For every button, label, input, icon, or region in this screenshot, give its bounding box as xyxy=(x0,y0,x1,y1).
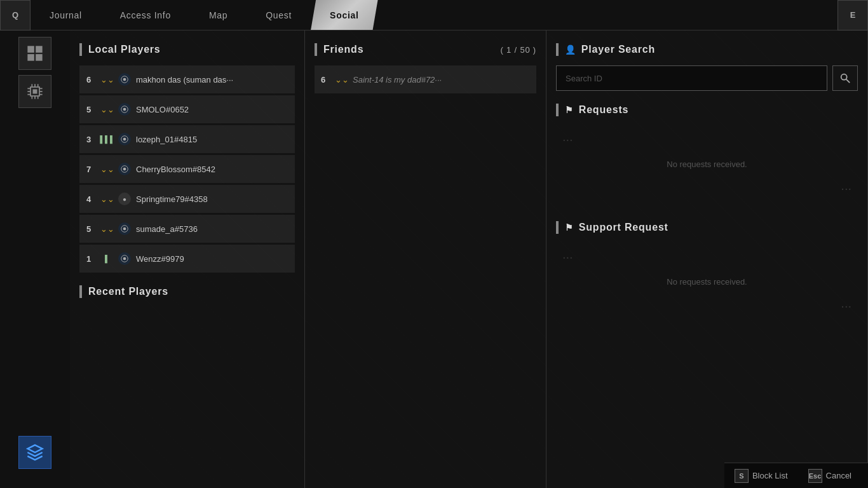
svg-point-29 xyxy=(123,257,126,261)
svg-rect-1 xyxy=(36,46,42,53)
search-container xyxy=(556,65,858,91)
svg-rect-5 xyxy=(33,90,37,94)
player-name: Wenzz#9979 xyxy=(136,254,288,264)
friend-name: Saint-14 is my dad#72··· xyxy=(353,75,530,85)
player-level: 5 xyxy=(86,224,97,234)
player-name: sumade_a#5736 xyxy=(136,224,288,234)
nav-item-map[interactable]: Map xyxy=(190,0,247,30)
platform-steam-icon xyxy=(118,73,131,86)
nav-key-right[interactable]: E xyxy=(837,0,868,30)
friends-header: Friends ( 1 / 50 ) xyxy=(315,43,536,56)
panel-social: 👤 Player Search ⚑ Requests No requests r… xyxy=(546,30,868,488)
player-level: 5 xyxy=(86,105,97,114)
player-rank-icon: ⌄⌄ xyxy=(102,193,113,205)
svg-rect-3 xyxy=(36,54,42,61)
nav-key-right-label: E xyxy=(850,10,856,20)
player-rank-icon: ▌▌▌ xyxy=(102,133,113,145)
platform-steam-icon xyxy=(118,252,131,265)
svg-point-21 xyxy=(123,108,126,111)
svg-point-25 xyxy=(123,168,126,171)
nav-key-left-label: Q xyxy=(12,10,18,20)
platform-steam-icon xyxy=(118,222,131,235)
nav-item-quest[interactable]: Quest xyxy=(247,0,311,30)
svg-rect-2 xyxy=(27,54,34,61)
local-players-header: Local Players xyxy=(79,43,295,56)
nav-item-social[interactable]: Social xyxy=(311,0,377,30)
player-rank-icon: ⌄⌄ xyxy=(102,104,113,115)
search-id-input[interactable] xyxy=(556,65,827,91)
bottom-bar: S Block List Esc Cancel xyxy=(724,463,868,488)
support-request-header: ⚑ Support Request xyxy=(556,221,858,234)
player-name: lozeph_01#4815 xyxy=(136,135,288,144)
support-icon: ⚑ xyxy=(565,222,574,233)
sidebar-icon-top[interactable] xyxy=(18,37,51,70)
navbar: Q Journal Access Info Map Quest Social E xyxy=(0,0,868,30)
player-rank-icon: ⌄⌄ xyxy=(102,163,113,175)
block-list-key: S xyxy=(735,469,749,483)
sidebar-bottom-icon[interactable] xyxy=(18,436,51,469)
panel-friends: Friends ( 1 / 50 ) 6 ⌄⌄ Saint-14 is my d… xyxy=(305,30,546,488)
player-name: makhon das (suman das··· xyxy=(136,75,288,85)
svg-rect-0 xyxy=(27,46,34,53)
requests-icon: ⚑ xyxy=(565,105,574,115)
block-list-label: Block List xyxy=(752,471,788,480)
player-level: 7 xyxy=(86,165,97,174)
player-row[interactable]: 3 ▌▌▌ lozeph_01#4815 xyxy=(79,125,295,153)
search-button[interactable] xyxy=(832,65,858,91)
player-name: CherryBlossom#8542 xyxy=(136,165,288,174)
svg-line-31 xyxy=(846,79,850,83)
sidebar-left xyxy=(0,30,70,488)
player-level: 3 xyxy=(86,135,97,144)
player-name: Springtime79#4358 xyxy=(136,194,288,204)
cancel-label: Cancel xyxy=(826,471,851,480)
platform-steam-icon xyxy=(118,163,131,175)
svg-point-27 xyxy=(123,227,126,231)
friend-level: 6 xyxy=(321,75,331,85)
requests-empty: No requests received. xyxy=(556,126,858,202)
player-row[interactable]: 6 ⌄⌄ makhon das (suman das··· xyxy=(79,65,295,93)
requests-header: ⚑ Requests xyxy=(556,104,858,116)
friend-rank-icon: ⌄⌄ xyxy=(336,74,348,85)
player-row[interactable]: 5 ⌄⌄ sumade_a#5736 xyxy=(79,215,295,243)
platform-other-icon: ● xyxy=(118,193,131,205)
player-row[interactable]: 1 ▌ Wenzz#9979 xyxy=(79,245,295,273)
recent-players-section: Recent Players xyxy=(79,285,295,298)
person-search-icon: 👤 xyxy=(565,44,576,55)
main-content: Local Players 6 ⌄⌄ makhon das (suman das… xyxy=(70,30,868,488)
platform-steam-icon xyxy=(118,103,131,116)
player-search-header: 👤 Player Search xyxy=(556,43,858,56)
nav-item-access-info[interactable]: Access Info xyxy=(101,0,190,30)
sidebar-icon-chip[interactable] xyxy=(18,75,51,108)
panel-local-players: Local Players 6 ⌄⌄ makhon das (suman das… xyxy=(70,30,305,488)
cancel-key: Esc xyxy=(808,469,822,483)
player-list: 6 ⌄⌄ makhon das (suman das··· 5 ⌄⌄ SMOLO… xyxy=(79,65,295,273)
support-empty: No requests received. xyxy=(556,243,858,320)
player-level: 4 xyxy=(86,194,97,204)
svg-point-19 xyxy=(123,78,126,81)
player-level: 6 xyxy=(86,75,97,85)
friend-row[interactable]: 6 ⌄⌄ Saint-14 is my dad#72··· xyxy=(315,65,536,93)
recent-players-header: Recent Players xyxy=(79,285,295,298)
player-name: SMOLO#0652 xyxy=(136,105,288,114)
cancel-action[interactable]: Esc Cancel xyxy=(798,463,862,488)
player-rank-icon: ⌄⌄ xyxy=(102,74,113,85)
player-rank-icon: ▌ xyxy=(102,253,113,264)
nav-key-left[interactable]: Q xyxy=(0,0,31,30)
player-rank-icon: ⌄⌄ xyxy=(102,223,113,234)
player-row[interactable]: 7 ⌄⌄ CherryBlossom#8542 xyxy=(79,155,295,183)
nav-item-journal[interactable]: Journal xyxy=(31,0,101,30)
svg-point-23 xyxy=(123,138,126,141)
platform-steam-icon xyxy=(118,133,131,146)
block-list-action[interactable]: S Block List xyxy=(724,463,798,488)
player-row[interactable]: 4 ⌄⌄ ● Springtime79#4358 xyxy=(79,185,295,213)
svg-point-30 xyxy=(841,74,847,80)
friends-count: ( 1 / 50 ) xyxy=(501,45,536,55)
player-level: 1 xyxy=(86,254,97,264)
player-row[interactable]: 5 ⌄⌄ SMOLO#0652 xyxy=(79,95,295,123)
